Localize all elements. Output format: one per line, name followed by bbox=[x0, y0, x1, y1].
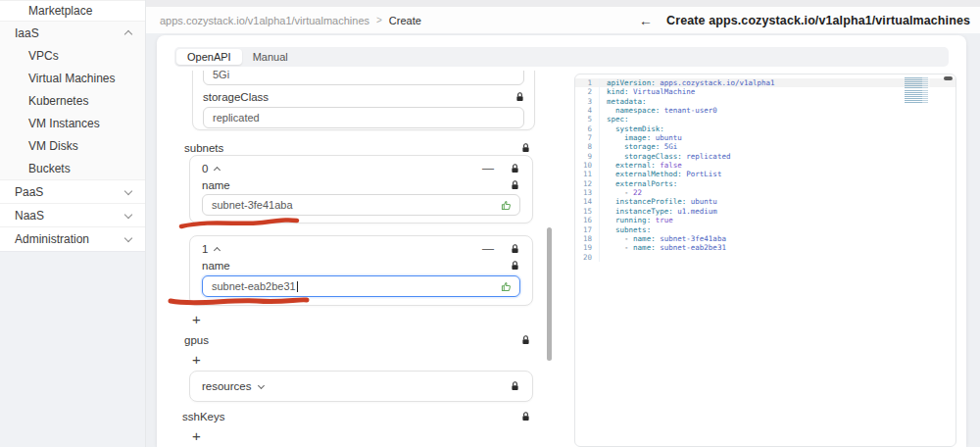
line-number: 9 bbox=[575, 152, 599, 161]
lock-icon[interactable] bbox=[520, 334, 531, 346]
editor-line[interactable]: 6 systemDisk: bbox=[575, 124, 956, 133]
line-code: - name: subnet-3fe41aba bbox=[599, 234, 726, 243]
sidebar-item-virtual-machines[interactable]: Virtual Machines bbox=[0, 67, 145, 89]
line-number: 3 bbox=[575, 97, 599, 106]
tab-openapi[interactable]: OpenAPI bbox=[176, 49, 242, 65]
sidebar-item-vpcs[interactable]: VPCs bbox=[0, 44, 145, 67]
form-scrollbar-thumb[interactable] bbox=[547, 227, 552, 361]
line-number: 10 bbox=[575, 161, 599, 170]
yaml-editor[interactable]: 1apiVersion: apps.cozystack.io/v1alpha12… bbox=[574, 74, 956, 447]
add-gpu-button[interactable]: + bbox=[192, 352, 201, 367]
editor-line[interactable]: 2kind: VirtualMachine bbox=[575, 87, 956, 96]
add-subnet-button[interactable]: + bbox=[192, 312, 201, 326]
editor-line[interactable]: 1apiVersion: apps.cozystack.io/v1alpha1 bbox=[575, 78, 956, 87]
editor-line[interactable]: 4 namespace: tenant-user0 bbox=[575, 106, 956, 115]
editor-line[interactable]: 10 external: false bbox=[575, 161, 956, 170]
remove-item-button[interactable]: — bbox=[482, 163, 494, 174]
subnet-item-0-header[interactable]: 0 — bbox=[202, 163, 520, 174]
lock-icon[interactable] bbox=[520, 142, 531, 154]
view-mode-tabs: OpenAPI Manual bbox=[174, 47, 949, 67]
line-code: kind: VirtualMachine bbox=[599, 87, 695, 96]
editor-line[interactable]: 8 storage: 5Gi bbox=[575, 142, 956, 151]
editor-line[interactable]: 15 instanceType: u1.medium bbox=[575, 207, 956, 216]
chevron-down-icon bbox=[257, 381, 264, 388]
editor-line[interactable]: 3metadata: bbox=[575, 97, 956, 106]
lock-icon[interactable] bbox=[520, 411, 531, 422]
editor-line[interactable]: 5spec: bbox=[575, 115, 956, 124]
editor-minimap[interactable] bbox=[905, 77, 928, 104]
sshkeys-label: sshKeys bbox=[182, 411, 224, 422]
sidebar-item-label: Buckets bbox=[28, 162, 71, 175]
chevron-up-icon bbox=[214, 167, 220, 174]
line-number: 12 bbox=[575, 179, 599, 188]
chevron-up-icon bbox=[124, 30, 132, 38]
sidebar-item-naas[interactable]: NaaS bbox=[0, 203, 145, 226]
form-column: 5Gi storageClass replicated subnets bbox=[174, 71, 539, 447]
breadcrumb-separator-icon: > bbox=[376, 15, 382, 25]
sidebar-item-kubernetes[interactable]: Kubernetes bbox=[0, 89, 145, 112]
lock-icon[interactable] bbox=[510, 260, 520, 272]
line-number: 16 bbox=[575, 216, 599, 224]
editor-line[interactable]: 16 running: true bbox=[575, 216, 956, 224]
resources-label: resources bbox=[202, 380, 252, 392]
line-code: instanceType: u1.medium bbox=[599, 207, 717, 216]
editor-line[interactable]: 12 externalPorts: bbox=[575, 179, 956, 188]
line-number: 7 bbox=[575, 133, 599, 142]
editor-line[interactable]: 19 - name: subnet-eab2be31 bbox=[575, 243, 956, 252]
remove-item-button[interactable]: — bbox=[482, 243, 494, 255]
editor-line[interactable]: 9 storageClass: replicated bbox=[575, 152, 956, 161]
subnet-item-index: 0 bbox=[202, 163, 208, 174]
lock-icon[interactable] bbox=[510, 380, 520, 392]
lock-icon[interactable] bbox=[514, 91, 525, 103]
line-code: spec: bbox=[599, 115, 629, 124]
back-arrow-icon[interactable]: ← bbox=[639, 14, 653, 27]
line-number: 18 bbox=[575, 234, 599, 243]
sidebar-item-vm-disks[interactable]: VM Disks bbox=[0, 134, 145, 157]
line-number: 4 bbox=[575, 106, 599, 115]
sshkeys-label-row: sshKeys bbox=[182, 410, 531, 423]
line-number: 19 bbox=[575, 243, 599, 252]
line-code: external: false bbox=[599, 161, 682, 170]
lock-icon[interactable] bbox=[510, 163, 520, 174]
line-code: - 22 bbox=[599, 188, 642, 197]
add-sshkey-button[interactable]: + bbox=[192, 428, 201, 443]
thumb-up-icon bbox=[500, 280, 513, 293]
editor-scrollbar-thumb[interactable] bbox=[944, 76, 953, 80]
sidebar-item-label: PaaS bbox=[15, 185, 43, 199]
line-number: 17 bbox=[575, 225, 599, 234]
form-scrollbar[interactable] bbox=[547, 71, 552, 447]
editor-line[interactable]: 14 instanceProfile: ubuntu bbox=[575, 197, 956, 206]
thumb-up-icon bbox=[500, 199, 513, 212]
editor-line[interactable]: 13 - 22 bbox=[575, 188, 956, 197]
sidebar-item-buckets[interactable]: Buckets bbox=[0, 157, 145, 179]
lock-icon[interactable] bbox=[510, 243, 520, 255]
sidebar-item-marketplace[interactable]: Marketplace bbox=[0, 0, 145, 21]
gpus-label-row: gpus bbox=[184, 333, 531, 347]
editor-line[interactable]: 7 image: ubuntu bbox=[575, 133, 956, 142]
sidebar-item-iaas[interactable]: IaaS bbox=[0, 21, 145, 44]
line-code: instanceProfile: ubuntu bbox=[599, 197, 717, 206]
editor-line[interactable]: 17 subnets: bbox=[575, 225, 956, 234]
resources-panel[interactable]: resources bbox=[189, 371, 533, 402]
storage-input[interactable]: 5Gi bbox=[203, 71, 524, 85]
editor-line[interactable]: 18 - name: subnet-3fe41aba bbox=[575, 234, 956, 243]
tab-manual[interactable]: Manual bbox=[242, 49, 299, 65]
breadcrumb-path[interactable]: apps.cozystack.io/v1alpha1/virtualmachin… bbox=[160, 15, 369, 26]
subnet-item-1-header[interactable]: 1 — bbox=[202, 243, 520, 255]
storageclass-value: replicated bbox=[213, 112, 260, 124]
subnet-1-name-input[interactable]: subnet-eab2be31 bbox=[202, 275, 520, 297]
line-code: namespace: tenant-user0 bbox=[599, 106, 717, 115]
sidebar-footer bbox=[0, 251, 145, 447]
editor-line[interactable]: 20 bbox=[575, 253, 956, 262]
chevron-down-icon bbox=[124, 233, 132, 241]
subnet-0-name-input[interactable]: subnet-3fe41aba bbox=[202, 194, 520, 216]
sidebar-item-administration[interactable]: Administration bbox=[0, 226, 145, 250]
line-number: 20 bbox=[575, 253, 599, 262]
sidebar-item-label: Virtual Machines bbox=[28, 72, 116, 85]
editor-line[interactable]: 11 externalMethod: PortList bbox=[575, 170, 956, 178]
line-code: - name: subnet-eab2be31 bbox=[599, 243, 726, 252]
storageclass-input[interactable]: replicated bbox=[203, 107, 524, 128]
lock-icon[interactable] bbox=[510, 179, 520, 191]
sidebar-item-paas[interactable]: PaaS bbox=[0, 179, 145, 203]
sidebar-item-vm-instances[interactable]: VM Instances bbox=[0, 112, 145, 134]
